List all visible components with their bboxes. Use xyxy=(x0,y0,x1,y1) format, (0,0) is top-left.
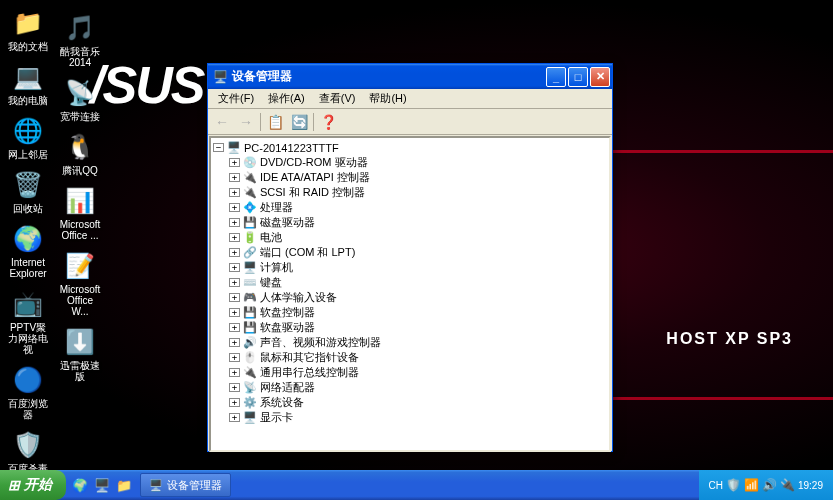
ql-desktop[interactable]: 🖥️ xyxy=(92,475,112,495)
device-label: 显示卡 xyxy=(260,410,293,425)
taskbar-item-devmgr[interactable]: 🖥️ 设备管理器 xyxy=(140,473,231,497)
tree-item[interactable]: +💾软盘控制器 xyxy=(229,305,607,320)
tree-item[interactable]: +🖥️显示卡 xyxy=(229,410,607,425)
ql-ie[interactable]: 🌍 xyxy=(70,475,90,495)
refresh-button[interactable]: 🔄 xyxy=(289,112,309,132)
expand-icon[interactable]: + xyxy=(229,398,240,407)
tray-clock[interactable]: 19:29 xyxy=(798,480,823,491)
expand-icon[interactable]: + xyxy=(229,293,240,302)
device-icon: 💾 xyxy=(243,216,257,230)
tree-item[interactable]: +💾磁盘驱动器 xyxy=(229,215,607,230)
forward-button[interactable]: → xyxy=(236,112,256,132)
device-label: DVD/CD-ROM 驱动器 xyxy=(260,155,368,170)
tree-item[interactable]: +🎮人体学输入设备 xyxy=(229,290,607,305)
tree-item[interactable]: +💠处理器 xyxy=(229,200,607,215)
desktop-icon-Internet Explorer[interactable]: 🌍Internet Explorer xyxy=(5,221,51,281)
desktop-icon-酷我音乐2014[interactable]: 🎵酷我音乐2014 xyxy=(57,10,103,70)
expand-icon[interactable]: + xyxy=(229,233,240,242)
menubar: 文件(F) 操作(A) 查看(V) 帮助(H) xyxy=(208,89,612,109)
device-label: 软盘驱动器 xyxy=(260,320,315,335)
tree-item[interactable]: +📡网络适配器 xyxy=(229,380,607,395)
tree-item[interactable]: +⌨️键盘 xyxy=(229,275,607,290)
desktop-icon-腾讯QQ[interactable]: 🐧腾讯QQ xyxy=(57,129,103,178)
tree-item[interactable]: +💿DVD/CD-ROM 驱动器 xyxy=(229,155,607,170)
expand-icon[interactable]: + xyxy=(229,158,240,167)
desktop-icon-Microsoft Office ...[interactable]: 📊Microsoft Office ... xyxy=(57,183,103,243)
icon-glyph: 📝 xyxy=(64,250,96,282)
menu-view[interactable]: 查看(V) xyxy=(313,89,362,108)
tray-volume-icon[interactable]: 🔊 xyxy=(762,478,777,492)
desktop-icon-PPTV聚力网络电视[interactable]: 📺PPTV聚力网络电视 xyxy=(5,286,51,357)
device-icon: 💾 xyxy=(243,306,257,320)
device-label: 鼠标和其它指针设备 xyxy=(260,350,359,365)
tray-network-icon[interactable]: 📶 xyxy=(744,478,759,492)
tree-item[interactable]: +🔊声音、视频和游戏控制器 xyxy=(229,335,607,350)
maximize-button[interactable]: □ xyxy=(568,67,588,87)
minimize-button[interactable]: _ xyxy=(546,67,566,87)
task-icon: 🖥️ xyxy=(149,479,163,492)
expand-icon[interactable]: + xyxy=(229,323,240,332)
expand-icon[interactable]: + xyxy=(229,218,240,227)
icon-glyph: 🌐 xyxy=(12,115,44,147)
tree-item[interactable]: +🔌IDE ATA/ATAPI 控制器 xyxy=(229,170,607,185)
tray-lang[interactable]: CH xyxy=(709,480,723,491)
desktop-icon-迅雷极速版[interactable]: ⬇️迅雷极速版 xyxy=(57,324,103,384)
tree-item[interactable]: +🔗端口 (COM 和 LPT) xyxy=(229,245,607,260)
expand-icon[interactable]: + xyxy=(229,308,240,317)
menu-file[interactable]: 文件(F) xyxy=(212,89,260,108)
icon-label: 我的电脑 xyxy=(8,95,48,106)
menu-action[interactable]: 操作(A) xyxy=(262,89,311,108)
icon-label: 迅雷极速版 xyxy=(59,360,101,382)
expand-icon[interactable]: + xyxy=(229,248,240,257)
tree-item[interactable]: +⚙️系统设备 xyxy=(229,395,607,410)
expand-icon[interactable]: + xyxy=(229,413,240,422)
desktop-icon-宽带连接[interactable]: 📡宽带连接 xyxy=(57,75,103,124)
icon-glyph: 🎵 xyxy=(64,12,96,44)
tree-item[interactable]: +🔌通用串行总线控制器 xyxy=(229,365,607,380)
desktop-icon-我的文档[interactable]: 📁我的文档 xyxy=(5,5,51,54)
tree-item[interactable]: +🔋电池 xyxy=(229,230,607,245)
desktop-icon-百度杀毒[interactable]: 🛡️百度杀毒 xyxy=(5,427,51,476)
expand-icon[interactable]: + xyxy=(229,368,240,377)
icon-glyph: 📁 xyxy=(12,7,44,39)
expand-icon[interactable]: + xyxy=(229,353,240,362)
device-icon: ⚙️ xyxy=(243,396,257,410)
tree-root[interactable]: − 🖥️ PC-20141223TTTF xyxy=(213,140,607,155)
expand-icon[interactable]: + xyxy=(229,383,240,392)
desktop-icon-我的电脑[interactable]: 💻我的电脑 xyxy=(5,59,51,108)
device-icon: 🖥️ xyxy=(243,411,257,425)
back-button[interactable]: ← xyxy=(212,112,232,132)
expand-icon[interactable]: + xyxy=(229,263,240,272)
help-button[interactable]: ❓ xyxy=(318,112,338,132)
desktop-icon-Microsoft Office W...[interactable]: 📝Microsoft Office W... xyxy=(57,248,103,319)
menu-help[interactable]: 帮助(H) xyxy=(363,89,412,108)
titlebar[interactable]: 🖥️ 设备管理器 _ □ ✕ xyxy=(208,64,612,89)
expand-icon[interactable]: + xyxy=(229,173,240,182)
toolbar: ← → 📋 🔄 ❓ xyxy=(208,109,612,135)
properties-button[interactable]: 📋 xyxy=(265,112,285,132)
collapse-icon[interactable]: − xyxy=(213,143,224,152)
desktop-icon-回收站[interactable]: 🗑️回收站 xyxy=(5,167,51,216)
tree-item[interactable]: +🖱️鼠标和其它指针设备 xyxy=(229,350,607,365)
expand-icon[interactable]: + xyxy=(229,338,240,347)
device-tree[interactable]: − 🖥️ PC-20141223TTTF +💿DVD/CD-ROM 驱动器+🔌I… xyxy=(209,136,611,452)
expand-icon[interactable]: + xyxy=(229,188,240,197)
close-button[interactable]: ✕ xyxy=(590,67,610,87)
tree-item[interactable]: +🔌SCSI 和 RAID 控制器 xyxy=(229,185,607,200)
desktop-icon-百度浏览器[interactable]: 🔵百度浏览器 xyxy=(5,362,51,422)
tray-usb-icon[interactable]: 🔌 xyxy=(780,478,795,492)
icon-label: 酷我音乐2014 xyxy=(59,46,101,68)
icon-glyph: 📡 xyxy=(64,77,96,109)
expand-icon[interactable]: + xyxy=(229,203,240,212)
ql-explorer[interactable]: 📁 xyxy=(114,475,134,495)
system-tray[interactable]: CH 🛡️ 📶 🔊 🔌 19:29 xyxy=(699,470,833,500)
icon-label: 我的文档 xyxy=(8,41,48,52)
device-label: 电池 xyxy=(260,230,282,245)
desktop-icon-网上邻居[interactable]: 🌐网上邻居 xyxy=(5,113,51,162)
tree-item[interactable]: +💾软盘驱动器 xyxy=(229,320,607,335)
tree-item[interactable]: +🖥️计算机 xyxy=(229,260,607,275)
tray-shield-icon[interactable]: 🛡️ xyxy=(726,478,741,492)
expand-icon[interactable]: + xyxy=(229,278,240,287)
start-button[interactable]: ⊞ 开始 xyxy=(0,470,66,500)
device-icon: 🔌 xyxy=(243,171,257,185)
